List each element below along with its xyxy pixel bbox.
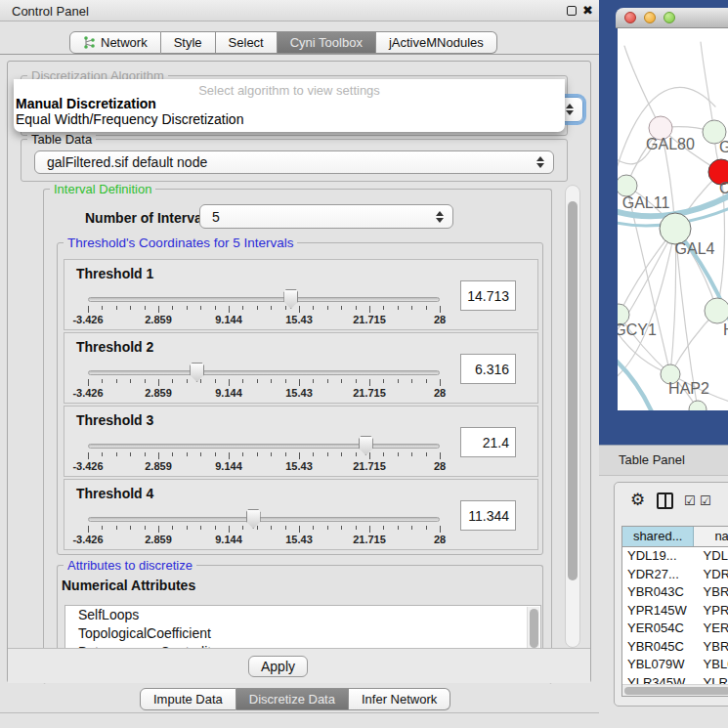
minimize-traffic-light-icon[interactable] [644,12,656,23]
slider-tick-label: 28 [434,460,446,472]
slider-tick [229,306,230,313]
scrollbar-thumb[interactable] [530,609,538,648]
scrollbar-thumb[interactable] [568,201,578,580]
number-of-intervals-combo[interactable]: 5 [199,204,453,229]
close-icon[interactable]: ✖ [582,3,593,18]
gear-icon[interactable]: ⚙ [630,490,645,509]
scrollbar-thumb[interactable] [624,687,728,695]
slider-tick [116,452,117,456]
zoom-traffic-light-icon[interactable] [664,12,675,23]
slider-thumb[interactable] [359,436,373,455]
network-window-titlebar[interactable] [616,8,728,28]
slider-tick [369,452,370,459]
network-graph: GAL80GACGAL11GAL4HGCY1HAP2 [618,28,728,410]
slider-track[interactable] [88,517,440,522]
window-bottom-edge [0,712,599,713]
close-traffic-light-icon[interactable] [624,12,636,23]
attribute-item[interactable]: TopologicalCoefficient [65,624,540,643]
columns-icon[interactable] [657,492,673,509]
slider-track[interactable] [88,297,440,302]
slider-tick [369,306,370,313]
slider-tick [145,306,146,310]
table-row[interactable]: YBL079WYBL0 [622,656,728,674]
threshold-value-field[interactable]: 21.4 [460,427,516,457]
combo-stepper-icon [566,104,574,115]
table-row[interactable]: YDR27...YDR2 [622,566,728,584]
slider-tick [271,452,272,456]
slider-thumb[interactable] [246,509,261,529]
network-edge [701,42,714,132]
table-horizontal-scrollbar[interactable] [622,684,728,696]
slider-tick [398,526,399,530]
slider-tick [130,306,131,310]
tab-content-divider [0,54,599,55]
table-row[interactable]: YBR043CYBR0 [622,583,728,602]
threshold-label: Threshold 1 [76,266,153,281]
table-row[interactable]: YER054CYER0 [622,620,728,638]
tab-cyni-toolbox[interactable]: Cyni Toolbox [278,31,376,54]
tab-impute-data[interactable]: Impute Data [140,688,236,710]
numerical-attributes-list[interactable]: SelfLoopsTopologicalCoefficientBetweenne… [64,605,541,651]
slider-tick [215,526,216,530]
slider-tick [383,452,384,456]
algorithm-prompt-item[interactable]: Select algorithm to view settings [14,79,565,96]
slider-thumb[interactable] [190,363,204,382]
tab-select[interactable]: Select [216,31,278,54]
panel-scrollbar[interactable] [565,185,580,648]
slider-tick [158,452,159,459]
algorithm-option[interactable]: Equal Width/Frequency Discretization [14,111,565,127]
attribute-item[interactable]: SelfLoops [65,606,540,624]
network-node[interactable] [705,298,728,323]
slider-track[interactable] [88,370,440,375]
threshold-label: Threshold 4 [76,486,153,501]
table-panel-titlebar: Table Panel [599,445,728,476]
right-region: GAL80GACGAL11GAL4HGCY1HAP2 Table Panel ⚙… [599,0,728,728]
slider-tick [215,452,216,456]
network-canvas[interactable]: GAL80GACGAL11GAL4HGCY1HAP2 [618,28,728,410]
table-row[interactable]: YBR045CYBR0 [622,638,728,657]
slider-tick [257,379,258,383]
tab-style[interactable]: Style [161,31,216,54]
network-node[interactable] [689,401,707,410]
column-header-name[interactable]: na [694,527,728,546]
threshold-value-field[interactable]: 6.316 [460,354,516,384]
slider-tick [257,306,258,310]
network-node[interactable] [618,175,637,196]
slider-tick [440,526,441,533]
tab-infer-network[interactable]: Infer Network [349,688,450,710]
apply-button[interactable]: Apply [248,656,308,677]
tab-network[interactable]: Network [69,31,161,54]
slider-tick [398,379,399,383]
checkbox-icon[interactable]: ☑ [700,493,711,508]
attributes-scrollbar[interactable] [527,607,539,651]
column-header-shared-name[interactable]: shared... [622,527,694,546]
slider-tick [187,526,188,530]
table-data-title: Table Data [27,132,96,147]
slider-tick [88,306,89,313]
algorithm-option[interactable]: Manual Discretization [14,96,565,111]
slider-track[interactable] [88,444,440,449]
slider-tick [242,379,243,383]
slider-tick [215,379,216,383]
slider-tick [411,452,412,456]
checkbox-icon[interactable]: ☑ [684,493,696,508]
tab-jactivemnodules[interactable]: jActiveMNodules [376,31,497,54]
slider-tick [327,306,328,310]
slider-tick [299,526,300,533]
slider-tick [440,452,441,459]
tab-discretize-data[interactable]: Discretize Data [236,688,349,710]
cell-shared-name: YBL079W [622,656,695,674]
slider-tick [327,379,328,383]
table-row[interactable]: YDL19...YDL1 [622,547,728,566]
slider-tick [411,379,412,383]
cell-shared-name: YBR045C [622,638,695,657]
table-data-combo[interactable]: galFiltered.sif default node [34,150,554,174]
float-window-icon[interactable] [567,6,577,16]
table-row[interactable]: YPR145WYPR1 [622,602,728,621]
threshold-value-field[interactable]: 14.713 [460,280,516,311]
number-of-intervals-label: Number of Intervals [85,210,213,226]
slider-tick [383,526,384,530]
top-tab-bar: NetworkStyleSelectCyni ToolboxjActiveMNo… [69,31,497,54]
network-node-label: GAL80 [646,136,695,152]
threshold-value-field[interactable]: 11.344 [460,500,516,531]
